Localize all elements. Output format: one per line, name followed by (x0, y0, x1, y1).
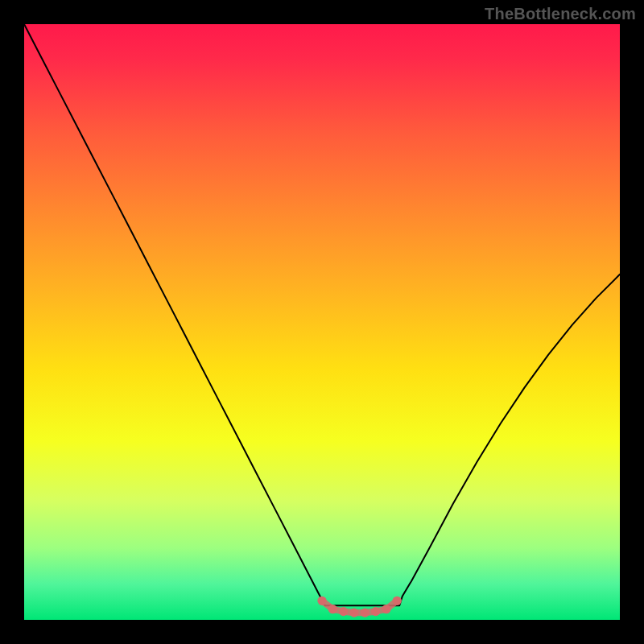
optimal-zone-dot (371, 607, 380, 616)
bottleneck-chart: TheBottleneck.com (0, 0, 644, 644)
optimal-zone-dot (393, 597, 402, 605)
plot-background (24, 24, 620, 620)
optimal-zone-dot (361, 608, 369, 617)
optimal-zone-dot (328, 605, 337, 613)
optimal-zone-dot (349, 608, 358, 617)
optimal-zone-dot (339, 607, 348, 616)
chart-canvas (0, 0, 644, 644)
watermark-text: TheBottleneck.com (485, 5, 636, 23)
optimal-zone-dot (382, 605, 390, 613)
optimal-zone-dot (317, 597, 326, 605)
